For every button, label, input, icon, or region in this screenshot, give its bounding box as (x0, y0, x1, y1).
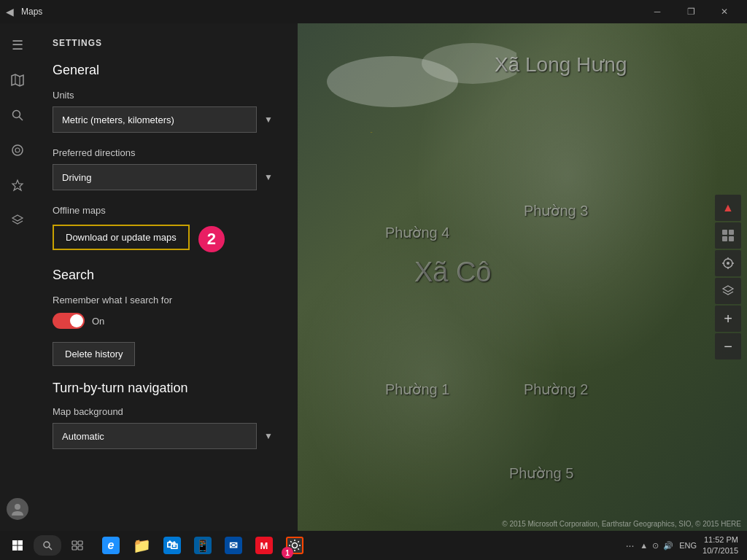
minimize-button[interactable]: ─ (640, 0, 674, 23)
directions-select-arrow: ▼ (264, 172, 273, 182)
map-bg-label: Map background (53, 406, 280, 417)
map-controls: ▲ (715, 195, 741, 359)
map-background (298, 23, 747, 531)
taskbar: e 📁 🛍 📱 ✉ M 1 (0, 531, 747, 560)
nav-map[interactable] (1, 64, 34, 96)
svg-point-8 (15, 504, 20, 510)
svg-rect-35 (12, 540, 18, 545)
satellite-view-button[interactable] (715, 222, 741, 249)
delete-history-button[interactable]: Delete history (53, 342, 135, 366)
svg-line-3 (19, 117, 23, 120)
svg-marker-34 (723, 286, 733, 292)
nav-sidebar: ☰ (0, 23, 35, 531)
taskbar-right: ··· ▲ ⊙ 🔊 ENG 11:52 PM 10/7/2015 (626, 534, 744, 557)
directions-select-wrapper: Driving Walking Transit ▼ (53, 164, 280, 190)
taskbar-search-icon (42, 540, 53, 551)
taskbar-app-store[interactable]: 🛍 (158, 531, 187, 560)
svg-rect-41 (72, 541, 77, 545)
svg-rect-26 (722, 236, 727, 241)
svg-line-40 (49, 547, 52, 550)
toggle-knob (70, 314, 83, 327)
svg-point-45 (293, 543, 298, 548)
svg-point-5 (15, 148, 20, 152)
svg-point-4 (12, 145, 23, 155)
nav-section-title: Turn-by-turn navigation (53, 381, 280, 396)
taskbar-search[interactable] (34, 535, 61, 556)
app-body: ☰ (0, 23, 747, 531)
back-button[interactable]: ◀ (6, 6, 14, 18)
units-label: Units (53, 90, 280, 101)
download-maps-button[interactable]: Download or update maps (53, 225, 190, 250)
taskbar-app-file-explorer[interactable]: 📁 (127, 531, 156, 560)
nav-starred[interactable] (1, 169, 34, 201)
compass-button[interactable]: ▲ (715, 195, 741, 221)
taskbar-app-mail[interactable]: ✉ (219, 531, 248, 560)
svg-rect-27 (729, 236, 734, 241)
directions-select[interactable]: Driving Walking Transit (53, 164, 257, 190)
svg-marker-7 (12, 215, 23, 221)
taskbar-app-settings[interactable]: 1 (280, 531, 309, 560)
taskbar-overflow[interactable]: ··· (626, 540, 635, 551)
step2-badge: 2 (198, 226, 225, 252)
location-button[interactable] (715, 250, 741, 276)
svg-rect-38 (18, 546, 23, 551)
sys-volume[interactable]: 🔊 (663, 541, 673, 551)
svg-point-39 (44, 542, 50, 548)
taskbar-lang: ENG (679, 541, 697, 550)
zoom-out-button[interactable]: − (715, 333, 741, 359)
toggle-label: On (92, 316, 104, 327)
svg-rect-24 (722, 230, 727, 235)
sys-wifi: ⊙ (652, 541, 659, 551)
settings-panel: SETTINGS General Units Metric (meters, k… (35, 23, 298, 531)
window-controls: ─ ❐ ✕ (640, 0, 741, 23)
taskbar-app-edge[interactable]: e (96, 531, 125, 560)
svg-rect-42 (78, 541, 82, 545)
start-button[interactable] (3, 531, 32, 560)
svg-marker-6 (12, 180, 23, 190)
general-section-title: General (53, 63, 280, 78)
nav-layers[interactable] (1, 204, 34, 236)
units-select-wrapper: Metric (meters, kilometers) Imperial (fe… (53, 106, 280, 133)
app-title: Maps (21, 7, 42, 17)
svg-rect-44 (78, 546, 82, 550)
svg-point-29 (727, 262, 729, 265)
sys-chevron-up[interactable]: ▲ (640, 541, 648, 550)
map-copyright: © 2015 Microsoft Corporation, Earthstar … (502, 520, 741, 528)
step1-badge: 1 (282, 547, 293, 559)
offline-label: Offline maps (53, 205, 280, 216)
close-button[interactable]: ✕ (708, 0, 741, 23)
taskbar-app-phone[interactable]: 📱 (188, 531, 217, 560)
svg-rect-43 (72, 546, 77, 550)
map-area[interactable]: ĐƯỜNG HỒ BIỂU CHÁNH ĐƯỜNG NGUYỄN TRÃI ĐƯ… (298, 23, 747, 531)
units-select[interactable]: Metric (meters, kilometers) Imperial (fe… (53, 106, 257, 133)
avatar (7, 498, 28, 520)
maximize-button[interactable]: ❐ (674, 0, 708, 23)
task-view-button[interactable] (63, 531, 92, 560)
svg-rect-37 (12, 546, 18, 551)
title-bar: ◀ Maps ─ ❐ ✕ (0, 0, 747, 23)
search-section-title: Search (53, 268, 280, 283)
offline-row: Download or update maps 2 (53, 225, 280, 253)
layers-button[interactable] (715, 278, 741, 304)
taskbar-apps: e 📁 🛍 📱 ✉ M 1 (96, 531, 309, 560)
taskbar-date-value: 10/7/2015 (703, 545, 738, 556)
nav-search[interactable] (1, 99, 34, 131)
remember-label: Remember what I search for (53, 295, 280, 306)
units-select-arrow: ▼ (264, 114, 273, 125)
settings-heading: SETTINGS (53, 38, 280, 48)
svg-rect-36 (18, 540, 23, 545)
svg-rect-25 (729, 230, 734, 235)
nav-settings[interactable] (1, 499, 34, 531)
map-bg-select-arrow: ▼ (264, 431, 273, 441)
map-bg-select[interactable]: Automatic Day Night (53, 423, 257, 449)
directions-label: Preferred directions (53, 147, 280, 158)
taskbar-time-value: 11:52 PM (703, 534, 738, 545)
nav-favorites[interactable] (1, 134, 34, 166)
zoom-in-button[interactable]: + (715, 306, 741, 332)
nav-hamburger[interactable]: ☰ (1, 29, 34, 61)
search-toggle[interactable] (53, 313, 85, 329)
taskbar-app-maps-red[interactable]: M (249, 531, 279, 560)
taskbar-sys-tray: ▲ ⊙ 🔊 (640, 541, 673, 551)
toggle-row: On (53, 313, 280, 329)
taskbar-clock[interactable]: 11:52 PM 10/7/2015 (703, 534, 738, 557)
